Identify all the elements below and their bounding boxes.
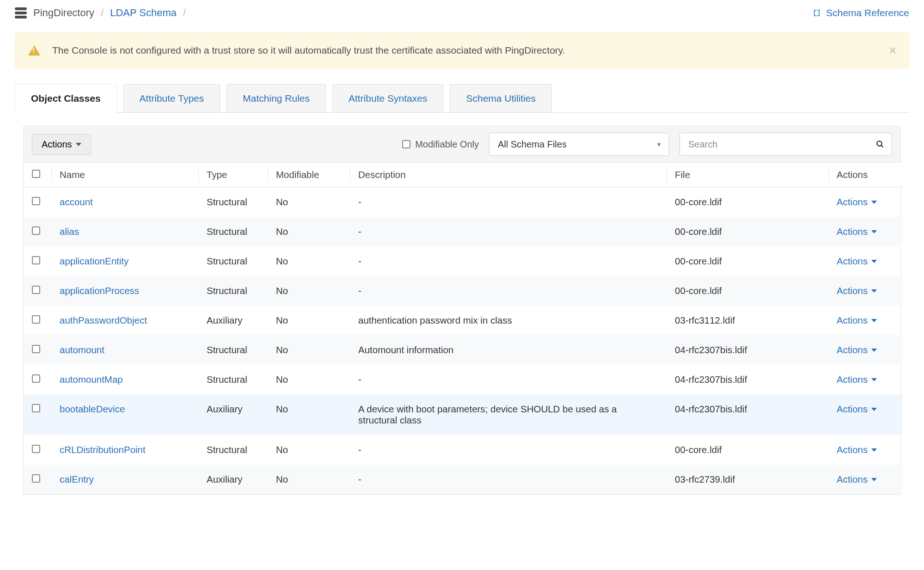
chevron-down-icon <box>871 378 877 381</box>
header-actions: Actions <box>828 163 902 187</box>
cell-modifiable: No <box>268 435 350 465</box>
search-input[interactable] <box>687 139 876 150</box>
object-class-name-link[interactable]: automount <box>60 344 104 355</box>
search-field-wrap <box>679 133 892 156</box>
table-row: cRLDistributionPointStructuralNo-00-core… <box>24 435 902 465</box>
table-row: automountMapStructuralNo-04-rfc2307bis.l… <box>24 365 902 394</box>
cell-type: Structural <box>198 435 268 465</box>
cell-modifiable: No <box>268 465 350 494</box>
close-icon[interactable]: × <box>888 43 897 58</box>
tab-attribute-types[interactable]: Attribute Types <box>123 84 220 113</box>
object-class-name-link[interactable]: calEntry <box>60 474 94 484</box>
chevron-down-icon <box>871 260 877 263</box>
cell-description: - <box>350 435 667 465</box>
chevron-down-icon <box>871 408 877 411</box>
table-row: bootableDeviceAuxiliaryNoA device with b… <box>24 394 902 435</box>
chevron-down-icon <box>871 289 877 293</box>
row-actions-menu[interactable]: Actions <box>837 444 877 455</box>
row-checkbox[interactable] <box>32 404 40 412</box>
cell-modifiable: No <box>268 365 350 394</box>
breadcrumb-row: PingDirectory / LDAP Schema / Schema Ref… <box>15 0 909 26</box>
row-actions-menu[interactable]: Actions <box>837 315 877 326</box>
schema-tabs: Object ClassesAttribute TypesMatching Ru… <box>15 84 909 113</box>
breadcrumb-root[interactable]: PingDirectory <box>33 7 94 19</box>
cell-type: Structural <box>198 365 268 394</box>
row-checkbox[interactable] <box>32 197 40 205</box>
svg-line-1 <box>881 145 883 147</box>
tab-object-classes[interactable]: Object Classes <box>15 84 117 113</box>
cell-file: 04-rfc2307bis.ldif <box>667 365 828 394</box>
chevron-down-icon <box>871 319 877 322</box>
row-actions-menu[interactable]: Actions <box>837 344 877 355</box>
cell-modifiable: No <box>268 217 350 246</box>
cell-modifiable: No <box>268 306 350 335</box>
header-type[interactable]: Type <box>198 163 268 187</box>
header-file[interactable]: File <box>667 163 828 187</box>
header-name[interactable]: Name <box>51 163 198 187</box>
row-actions-menu[interactable]: Actions <box>837 285 877 296</box>
bulk-actions-button[interactable]: Actions <box>32 134 91 155</box>
cell-modifiable: No <box>268 246 350 276</box>
row-actions-menu[interactable]: Actions <box>837 374 877 385</box>
cell-file: 03-rfc3112.ldif <box>667 306 828 335</box>
header-modifiable[interactable]: Modifiable <box>268 163 350 187</box>
bulk-actions-label: Actions <box>42 139 72 150</box>
row-actions-menu[interactable]: Actions <box>837 226 877 237</box>
search-icon <box>876 140 884 148</box>
table-row: applicationEntityStructuralNo-00-core.ld… <box>24 246 902 276</box>
row-actions-menu[interactable]: Actions <box>837 474 877 485</box>
warning-icon <box>28 45 40 55</box>
row-actions-menu[interactable]: Actions <box>837 196 877 208</box>
row-checkbox[interactable] <box>32 315 40 324</box>
object-class-name-link[interactable]: cRLDistributionPoint <box>60 444 146 455</box>
row-checkbox[interactable] <box>32 227 40 235</box>
schema-reference-label: Schema Reference <box>826 7 909 18</box>
tab-matching-rules[interactable]: Matching Rules <box>226 84 326 113</box>
header-select-all <box>24 163 51 187</box>
modifiable-only-toggle[interactable]: Modifiable Only <box>402 139 479 150</box>
row-checkbox[interactable] <box>32 345 40 353</box>
object-class-name-link[interactable]: authPasswordObject <box>60 315 147 325</box>
object-class-name-link[interactable]: automountMap <box>60 374 123 385</box>
tab-attribute-syntaxes[interactable]: Attribute Syntaxes <box>332 84 443 113</box>
file-filter-select[interactable]: All Schema Files ▾ <box>489 133 669 156</box>
chevron-down-icon <box>871 230 877 233</box>
cell-type: Auxiliary <box>198 394 268 435</box>
object-class-name-link[interactable]: account <box>60 196 93 207</box>
cell-file: 00-core.ldif <box>667 187 828 217</box>
schema-reference-link[interactable]: Schema Reference <box>812 7 909 18</box>
cell-file: 00-core.ldif <box>667 217 828 246</box>
cell-description: authentication password mix in class <box>350 306 667 335</box>
object-class-name-link[interactable]: bootableDevice <box>60 404 125 414</box>
cell-description: - <box>350 217 667 246</box>
cell-description: - <box>350 187 667 217</box>
object-class-name-link[interactable]: applicationProcess <box>60 285 139 296</box>
row-checkbox[interactable] <box>32 256 40 264</box>
cell-modifiable: No <box>268 187 350 217</box>
row-actions-menu[interactable]: Actions <box>837 404 877 415</box>
object-class-name-link[interactable]: applicationEntity <box>60 256 129 266</box>
table-row: calEntryAuxiliaryNo-03-rfc2739.ldifActio… <box>24 465 902 494</box>
row-checkbox[interactable] <box>32 474 40 483</box>
object-class-name-link[interactable]: alias <box>60 226 79 237</box>
cell-file: 00-core.ldif <box>667 246 828 276</box>
object-classes-panel: Actions Modifiable Only All Schema Files… <box>15 112 909 495</box>
cell-description: A device with boot parameters; device SH… <box>350 394 667 435</box>
table-row: applicationProcessStructuralNo-00-core.l… <box>24 276 902 306</box>
cell-description: - <box>350 365 667 394</box>
table-header-row: Name Type Modifiable Description File Ac… <box>24 163 902 187</box>
chevron-down-icon <box>871 201 877 204</box>
tab-schema-utilities[interactable]: Schema Utilities <box>450 84 552 113</box>
row-actions-menu[interactable]: Actions <box>837 256 877 267</box>
cell-modifiable: No <box>268 276 350 306</box>
select-all-checkbox[interactable] <box>32 170 40 178</box>
header-description[interactable]: Description <box>350 163 667 187</box>
cell-description: - <box>350 465 667 494</box>
row-checkbox[interactable] <box>32 286 40 294</box>
row-checkbox[interactable] <box>32 445 40 453</box>
breadcrumb-link-ldap-schema[interactable]: LDAP Schema <box>110 7 177 19</box>
trust-store-alert: The Console is not configured with a tru… <box>15 32 909 68</box>
object-classes-table: Name Type Modifiable Description File Ac… <box>24 163 902 494</box>
row-checkbox[interactable] <box>32 374 40 383</box>
cell-type: Structural <box>198 217 268 246</box>
